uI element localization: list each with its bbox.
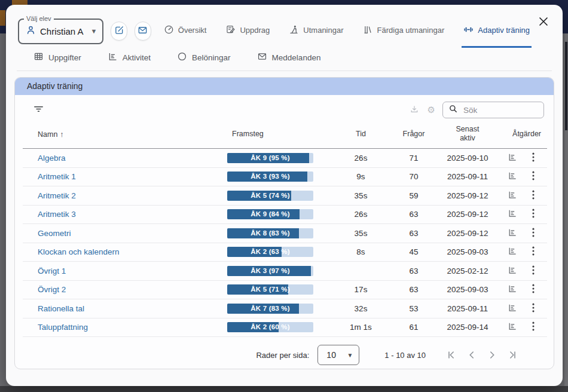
activity-chart-icon[interactable] xyxy=(508,171,517,182)
row-menu-icon[interactable] xyxy=(532,283,535,296)
table-row[interactable]: Rationella tal ÅK 7 (83 %) 32s 53 2025-0… xyxy=(23,299,547,318)
questions-cell: 53 xyxy=(389,299,438,318)
tab-utmaningar[interactable]: Utmaningar xyxy=(287,14,345,48)
activity-chart-icon[interactable] xyxy=(508,303,517,314)
first-page-icon[interactable] xyxy=(446,350,457,360)
row-menu-icon[interactable] xyxy=(532,208,535,220)
time-cell: 1m 1s xyxy=(332,318,389,337)
table-row[interactable]: Övrigt 2 ÅK 5 (71 %) 17s 63 2025-09-03 xyxy=(23,280,547,299)
exercise-link[interactable]: Aritmetik 1 xyxy=(38,172,76,181)
rows-per-page-label: Rader per sida: xyxy=(256,351,309,360)
adaptive-training-panel: Adaptiv träning ⚙ xyxy=(14,77,554,369)
activity-chart-icon[interactable] xyxy=(508,209,517,220)
chevron-down-icon: ▼ xyxy=(91,27,97,35)
time-cell: 26s xyxy=(332,149,389,168)
tab-label: Översikt xyxy=(178,26,207,35)
last-active-cell: 2025-09-03 xyxy=(438,243,497,262)
tab-uppdrag[interactable]: Uppdrag xyxy=(224,14,271,48)
subtab-label: Meddelanden xyxy=(272,53,321,62)
row-menu-icon[interactable] xyxy=(532,189,535,202)
row-menu-icon[interactable] xyxy=(532,302,535,315)
subtab-uppgifter[interactable]: Uppgifter xyxy=(33,51,81,63)
table-row[interactable]: Geometri ÅK 8 (83 %) 35s 63 2025-09-12 xyxy=(23,224,547,243)
activity-chart-icon[interactable] xyxy=(508,284,517,295)
progress-bar: ÅK 8 (83 %) xyxy=(227,228,313,238)
student-select[interactable]: Välj elev Christian A ▼ xyxy=(18,19,103,44)
last-active-cell: 2025-09-12 xyxy=(438,224,497,243)
row-menu-icon[interactable] xyxy=(532,265,535,277)
column-header-name[interactable]: Namn↑ xyxy=(23,122,213,149)
pagination-range-label: 1 - 10 av 10 xyxy=(384,351,426,360)
table-row[interactable]: Aritmetik 1 ÅK 3 (93 %) 9s 70 2025-09-11 xyxy=(23,167,547,186)
tab-adaptiv-traning[interactable]: Adaptiv träning xyxy=(462,14,532,48)
table-row[interactable]: Aritmetik 2 ÅK 5 (74 %) 35s 59 2025-09-1… xyxy=(23,186,547,206)
tab-fardiga-utmaningar[interactable]: Färdiga utmaningar xyxy=(361,14,447,48)
dialog-tabs: Översikt Uppdrag Utmaningar Färdiga utma… xyxy=(162,14,532,48)
background-bottom-strip xyxy=(0,386,568,392)
row-menu-icon[interactable] xyxy=(532,227,535,240)
questions-cell: 61 xyxy=(389,318,438,337)
questions-cell: 63 xyxy=(389,205,438,224)
column-header-questions[interactable]: Frågor xyxy=(389,122,438,149)
activity-chart-icon[interactable] xyxy=(508,246,517,258)
progress-label: ÅK 2 (60 %) xyxy=(227,322,313,332)
next-page-icon[interactable] xyxy=(487,350,497,360)
exercise-link[interactable]: Övrigt 1 xyxy=(38,267,66,275)
search-input[interactable] xyxy=(463,106,538,115)
activity-chart-icon[interactable] xyxy=(508,152,517,164)
activity-chart-icon[interactable] xyxy=(508,321,517,333)
table-row[interactable]: Aritmetik 3 ÅK 9 (84 %) 26s 63 2025-09-1… xyxy=(23,205,547,224)
table-row[interactable]: Övrigt 1 ÅK 3 (97 %) 63 2025-02-12 xyxy=(23,262,547,281)
edit-student-button[interactable] xyxy=(111,22,127,41)
tab-oversikt[interactable]: Översikt xyxy=(162,14,209,48)
progress-label: ÅK 3 (97 %) xyxy=(227,266,313,276)
exercise-link[interactable]: Rationella tal xyxy=(38,304,84,313)
row-menu-icon[interactable] xyxy=(532,152,535,164)
adaptive-training-table: Namn↑ Framsteg Tid Frågor Senast aktiv Å… xyxy=(23,122,547,337)
table-toolbar: ⚙ xyxy=(15,95,554,120)
download-icon[interactable] xyxy=(408,103,420,117)
questions-cell: 70 xyxy=(389,167,438,186)
row-menu-icon[interactable] xyxy=(532,321,535,333)
circle-icon xyxy=(177,51,187,63)
message-student-button[interactable] xyxy=(135,22,151,41)
row-menu-icon[interactable] xyxy=(532,246,535,258)
subtab-meddelanden[interactable]: Meddelanden xyxy=(257,51,321,63)
search-box[interactable] xyxy=(442,102,544,118)
exercise-link[interactable]: Geometri xyxy=(38,229,71,238)
last-active-cell: 2025-09-12 xyxy=(438,186,497,206)
activity-chart-icon[interactable] xyxy=(508,190,517,201)
time-cell: 35s xyxy=(332,186,389,206)
table-row[interactable]: Algebra ÅK 9 (95 %) 26s 71 2025-09-10 xyxy=(23,149,547,168)
column-header-last-active[interactable]: Senast aktiv xyxy=(438,122,497,149)
column-header-progress[interactable]: Framsteg xyxy=(213,122,332,149)
column-header-time[interactable]: Tid xyxy=(332,122,389,149)
row-menu-icon[interactable] xyxy=(532,170,535,183)
progress-label: ÅK 9 (84 %) xyxy=(227,209,313,219)
page-scrollbar-thumb[interactable] xyxy=(565,42,567,130)
exercise-link[interactable]: Övrigt 2 xyxy=(38,285,66,294)
exercise-link[interactable]: Taluppfattning xyxy=(38,323,88,332)
time-cell: 8s xyxy=(332,243,389,262)
previous-page-icon[interactable] xyxy=(466,350,477,360)
exercise-link[interactable]: Klockan och kalendern xyxy=(38,247,120,256)
tab-label: Utmaningar xyxy=(303,26,343,35)
subtab-aktivitet[interactable]: Aktivitet xyxy=(108,51,151,63)
progress-bar: ÅK 5 (74 %) xyxy=(227,191,313,201)
rows-per-page-select[interactable]: 10 ▼ xyxy=(317,345,359,365)
activity-chart-icon[interactable] xyxy=(508,265,517,277)
progress-bar: ÅK 3 (93 %) xyxy=(227,172,313,182)
exercise-link[interactable]: Aritmetik 3 xyxy=(38,210,76,219)
page-scrollbar[interactable] xyxy=(564,33,568,386)
subtab-beloningar[interactable]: Belöningar xyxy=(177,51,231,63)
close-icon[interactable] xyxy=(536,15,551,29)
activity-chart-icon[interactable] xyxy=(508,228,517,239)
table-row[interactable]: Taluppfattning ÅK 2 (60 %) 1m 1s 61 2025… xyxy=(23,318,547,337)
exercise-link[interactable]: Aritmetik 2 xyxy=(38,191,76,200)
filter-icon[interactable] xyxy=(32,102,45,118)
last-page-icon[interactable] xyxy=(507,350,518,360)
progress-label: ÅK 3 (93 %) xyxy=(227,172,313,182)
exercise-link[interactable]: Algebra xyxy=(38,154,66,163)
table-row[interactable]: Klockan och kalendern ÅK 2 (63 %) 8s 45 … xyxy=(23,243,547,262)
gear-icon[interactable]: ⚙ xyxy=(426,104,436,116)
